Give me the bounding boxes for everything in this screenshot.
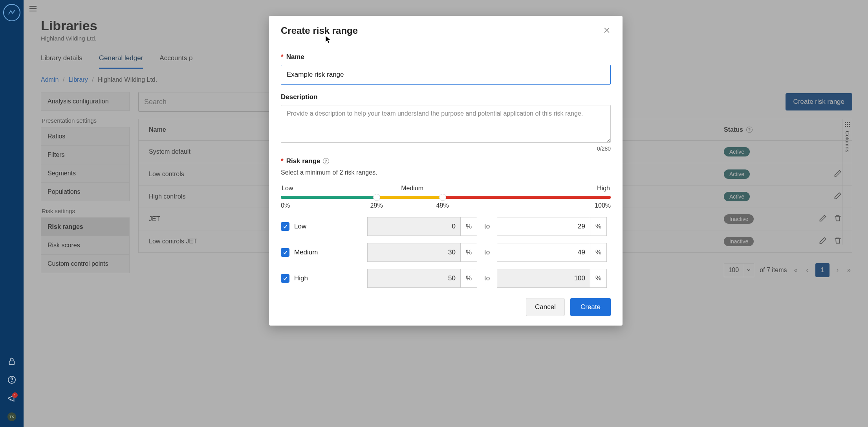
risk-range-label: Risk range: [286, 157, 320, 165]
checkbox-high[interactable]: [281, 274, 289, 283]
char-count: 0/280: [281, 145, 611, 152]
app-logo[interactable]: [3, 4, 20, 21]
high-from-input: [367, 269, 461, 288]
create-button[interactable]: Create: [570, 298, 611, 316]
close-icon[interactable]: [603, 26, 611, 35]
notification-badge: 1: [12, 392, 18, 398]
help-icon[interactable]: [7, 375, 16, 385]
description-input[interactable]: [281, 105, 611, 143]
med-to-input[interactable]: [497, 243, 590, 262]
slider-handle[interactable]: [439, 194, 446, 201]
description-label: Description: [281, 93, 318, 101]
svg-rect-0: [9, 361, 15, 364]
med-from-input: [367, 243, 461, 262]
help-icon[interactable]: ?: [323, 158, 329, 164]
cancel-button[interactable]: Cancel: [526, 298, 565, 316]
risk-range-hint: Select a minimum of 2 risk ranges.: [281, 169, 611, 176]
create-risk-range-modal: Create risk range *Name Description 0/28…: [269, 16, 623, 326]
name-label: Name: [286, 53, 304, 61]
risk-range-slider[interactable]: [281, 196, 611, 199]
checkbox-low[interactable]: [281, 222, 289, 231]
svg-point-2: [11, 381, 12, 382]
user-avatar[interactable]: TK: [7, 412, 16, 421]
checkbox-medium[interactable]: [281, 248, 289, 257]
low-from-input: [367, 217, 461, 236]
announcement-icon[interactable]: 1: [7, 394, 16, 404]
modal-title: Create risk range: [281, 25, 358, 36]
lock-icon[interactable]: [7, 357, 16, 367]
high-to-input: [497, 269, 590, 288]
name-input[interactable]: [281, 65, 611, 85]
slider-handle[interactable]: [373, 194, 380, 201]
left-rail: 1 TK: [0, 0, 24, 427]
low-to-input[interactable]: [497, 217, 590, 236]
